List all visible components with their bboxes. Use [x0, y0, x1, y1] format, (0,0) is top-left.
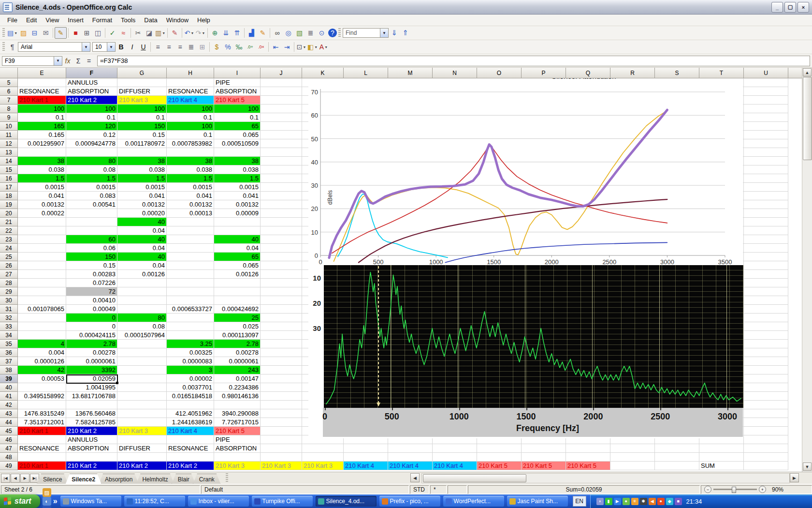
cell-U31[interactable] [744, 305, 788, 314]
cell-J19[interactable] [261, 200, 302, 209]
font-size-combo[interactable]: 10▼ [92, 42, 116, 52]
cell-N49[interactable]: 210 Kart 4 [433, 462, 477, 470]
cell-T47[interactable] [699, 444, 744, 453]
cell-E34[interactable] [18, 331, 66, 340]
sheet-tab-silence2[interactable]: Silence2 [65, 474, 102, 484]
cell-I12[interactable]: 0.000510509 [214, 139, 261, 148]
column-header-I[interactable]: I [214, 68, 261, 78]
cell-F21[interactable] [66, 218, 117, 226]
cell-F5[interactable]: ANNULUS [66, 78, 117, 87]
cell-H17[interactable]: 0.0015 [167, 183, 214, 192]
row-header-48[interactable]: 48 [0, 453, 18, 462]
sort-descending-icon[interactable]: ⇈ [232, 28, 243, 38]
row-header-15[interactable]: 15 [0, 165, 18, 174]
cell-I38[interactable]: 243 [214, 366, 261, 374]
cell-J17[interactable] [261, 183, 302, 192]
column-header-S[interactable]: S [655, 68, 699, 78]
cell-O49[interactable]: 210 Kart 5 [477, 462, 522, 470]
cell-H8[interactable]: 100 [167, 105, 214, 113]
menu-insert[interactable]: Insert [63, 15, 88, 25]
align-justify-icon[interactable]: ≣ [186, 42, 197, 52]
cell-H16[interactable]: 1.5 [167, 174, 214, 183]
menu-help[interactable]: Help [193, 15, 215, 25]
cell-E25[interactable] [18, 253, 66, 261]
cell-I18[interactable]: 0.041 [214, 192, 261, 200]
column-header-U[interactable]: U [744, 68, 788, 78]
cell-G27[interactable]: 0.00126 [117, 270, 167, 279]
cell-F43[interactable]: 13676.560468 [66, 409, 117, 418]
cell-U28[interactable] [744, 279, 788, 287]
cell-H20[interactable]: 0.00013 [167, 209, 214, 218]
cell-K47[interactable] [302, 444, 344, 453]
toolbar-handle[interactable] [2, 42, 5, 52]
cell-E24[interactable] [18, 244, 66, 253]
cell-I16[interactable]: 1.5 [214, 174, 261, 183]
cell-G47[interactable]: DIFFUSER [117, 444, 167, 453]
cell-U7[interactable] [744, 96, 788, 105]
cell-G13[interactable] [117, 148, 167, 157]
column-header-T[interactable]: T [699, 68, 744, 78]
cell-H11[interactable]: 0.1 [167, 131, 214, 139]
tab-split-handle[interactable] [226, 473, 228, 483]
cell-J39[interactable] [261, 374, 302, 383]
cell-I14[interactable]: 38 [214, 157, 261, 165]
cell-U46[interactable] [744, 435, 788, 444]
cell-U35[interactable] [744, 340, 788, 348]
menu-view[interactable]: View [41, 15, 63, 25]
cell-U17[interactable] [744, 183, 788, 192]
cell-I46[interactable]: PIPE [214, 435, 261, 444]
cell-U40[interactable] [744, 383, 788, 392]
horizontal-scroll-thumb[interactable] [423, 474, 526, 482]
row-header-26[interactable]: 26 [0, 261, 18, 270]
cell-H36[interactable]: 0.00325 [167, 348, 214, 357]
cell-I39[interactable]: 0.00147 [214, 374, 261, 383]
row-header-25[interactable]: 25 [0, 253, 18, 261]
row-header-42[interactable]: 42 [0, 401, 18, 409]
tray-icon-10[interactable]: ■ [675, 498, 682, 505]
cell-G15[interactable]: 0.038 [117, 165, 167, 174]
cell-J34[interactable] [261, 331, 302, 340]
cell-G5[interactable] [117, 78, 167, 87]
cell-J35[interactable] [261, 340, 302, 348]
decrease-indent-icon[interactable]: ⇤ [270, 42, 281, 52]
cell-U39[interactable] [744, 374, 788, 383]
row-header-38[interactable]: 38 [0, 366, 18, 374]
cell-G22[interactable]: 0.04 [117, 226, 167, 235]
cell-I27[interactable]: 0.00126 [214, 270, 261, 279]
horizontal-scrollbar[interactable] [421, 473, 790, 483]
cell-U44[interactable] [744, 418, 788, 427]
cell-I32[interactable]: 25 [214, 314, 261, 322]
cell-F36[interactable]: 0.00278 [66, 348, 117, 357]
cell-H34[interactable] [167, 331, 214, 340]
cell-G36[interactable] [117, 348, 167, 357]
cell-G40[interactable] [117, 383, 167, 392]
cell-I47[interactable]: ABSORPTION [214, 444, 261, 453]
cell-H29[interactable] [167, 287, 214, 296]
menu-window[interactable]: Window [162, 15, 193, 25]
cell-J14[interactable] [261, 157, 302, 165]
cell-H37[interactable]: 0.0000083 [167, 357, 214, 366]
cell-J26[interactable] [261, 261, 302, 270]
name-box[interactable]: F39 ▼ [2, 56, 62, 66]
save-icon[interactable]: ⊟ [29, 28, 40, 38]
redo-icon[interactable]: ↷▼ [195, 28, 206, 38]
row-header-16[interactable]: 16 [0, 174, 18, 183]
cell-P48[interactable] [522, 453, 566, 462]
cell-F25[interactable]: 150 [66, 253, 117, 261]
font-color-icon[interactable]: A▼ [318, 42, 329, 52]
email-icon[interactable]: ✉ [40, 28, 51, 38]
cell-Q48[interactable] [566, 453, 610, 462]
cell-J29[interactable] [261, 287, 302, 296]
row-header-12[interactable]: 12 [0, 139, 18, 148]
cell-N48[interactable] [433, 453, 477, 462]
cell-H43[interactable]: 412.4051962 [167, 409, 214, 418]
menu-tools[interactable]: Tools [116, 15, 140, 25]
cell-H45[interactable]: 210 Kart 4 [167, 427, 214, 435]
cell-I41[interactable]: 0.980146136 [214, 392, 261, 401]
row-header-28[interactable]: 28 [0, 279, 18, 287]
cell-I36[interactable]: 0.00278 [214, 348, 261, 357]
cell-E23[interactable] [18, 235, 66, 244]
cell-I26[interactable]: 0.065 [214, 261, 261, 270]
cell-I37[interactable]: 0.0000061 [214, 357, 261, 366]
tray-icon-3[interactable]: ▶ [614, 498, 621, 505]
